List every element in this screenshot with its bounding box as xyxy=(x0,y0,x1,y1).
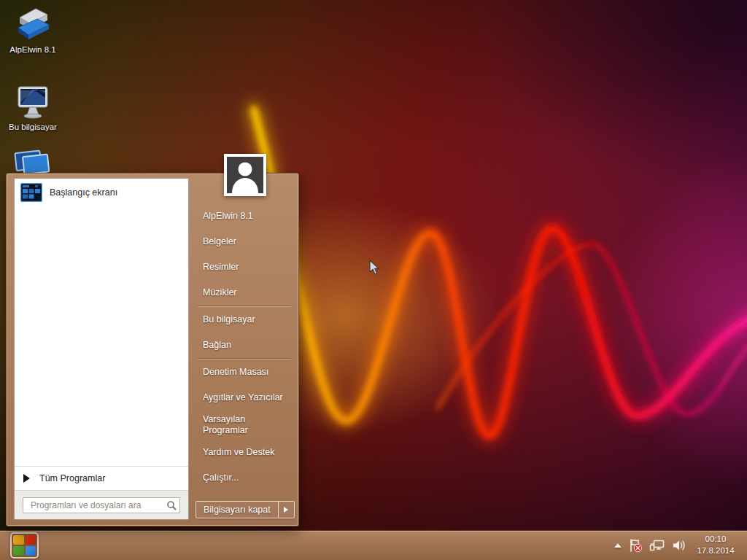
computer-monitor-icon xyxy=(14,83,52,121)
flag-error-icon xyxy=(628,538,643,553)
menu-item-devices-printers[interactable]: Aygıtlar ve Yazıcılar xyxy=(195,385,294,411)
menu-item-computer[interactable]: Bu bilgisayar xyxy=(195,307,294,332)
right-arrow-icon xyxy=(284,507,288,513)
desktop-icon-computer[interactable]: Bu bilgisayar xyxy=(1,83,64,131)
desktop-icon-label: Bu bilgisayar xyxy=(1,122,64,131)
search-input[interactable] xyxy=(29,499,163,511)
menu-item-help-support[interactable]: Yardım ve Destek xyxy=(195,440,294,465)
search-strip xyxy=(15,490,188,519)
all-programs-button[interactable]: Tüm Programlar xyxy=(15,466,188,490)
menu-item-documents[interactable]: Belgeler xyxy=(195,229,294,254)
menu-item-connect[interactable]: Bağlan xyxy=(195,332,294,358)
desktop-icon-alpelwin[interactable]: AlpElwin 8.1 xyxy=(1,6,64,54)
chevron-up-icon xyxy=(614,543,622,548)
volume-tray-icon[interactable] xyxy=(672,538,686,553)
menu-item-default-programs[interactable]: Varsayılan Programlar xyxy=(195,411,282,440)
start-menu: Başlangıç ekranı Tüm Programlar AlpElwin… xyxy=(6,173,299,526)
menu-item-run[interactable]: Çalıştır... xyxy=(195,465,294,491)
menu-item-control-panel[interactable]: Denetim Masası xyxy=(195,359,294,385)
clock-time: 00:10 xyxy=(693,534,738,545)
search-box[interactable] xyxy=(23,497,180,513)
network-icon xyxy=(649,538,665,553)
start-screen-label: Başlangıç ekranı xyxy=(50,187,117,198)
start-menu-left-panel: Başlangıç ekranı Tüm Programlar xyxy=(14,178,189,520)
desktop-screen: AlpElwin 8.1 Bu bilgisayar xyxy=(0,0,747,560)
shutdown-button[interactable]: Bilgisayarı kapat xyxy=(196,502,278,518)
network-tray-icon[interactable] xyxy=(649,538,665,553)
menu-item-pictures[interactable]: Resimler xyxy=(195,254,294,280)
start-logo-green-quadrant xyxy=(13,546,24,556)
system-tray: 00:10 17.8.2014 xyxy=(614,534,747,556)
show-hidden-icons-button[interactable] xyxy=(614,543,622,548)
shutdown-button-group: Bilgisayarı kapat xyxy=(196,501,295,518)
search-icon[interactable] xyxy=(166,500,177,510)
all-programs-label: Tüm Programlar xyxy=(39,473,105,483)
start-logo-red-quadrant xyxy=(26,535,36,545)
start-screen-item[interactable]: Başlangıç ekranı xyxy=(15,179,188,206)
right-arrow-icon xyxy=(23,474,30,483)
menu-item-user-folder[interactable]: AlpElwin 8.1 xyxy=(195,203,294,229)
clock-date: 17.8.2014 xyxy=(693,545,738,557)
user-avatar[interactable] xyxy=(224,154,266,196)
start-menu-right-panel: AlpElwin 8.1 Belgeler Resimler Müzikler … xyxy=(195,174,294,526)
desktop-icon-label: AlpElwin 8.1 xyxy=(1,45,64,54)
mouse-cursor xyxy=(369,260,381,276)
taskbar: 00:10 17.8.2014 xyxy=(0,530,747,560)
shutdown-options-button[interactable] xyxy=(278,502,294,518)
person-silhouette-icon xyxy=(227,157,263,193)
action-center-tray-icon[interactable] xyxy=(628,538,643,553)
folder-box-icon xyxy=(14,6,52,44)
program-list-area xyxy=(15,206,188,466)
start-logo-orange-quadrant xyxy=(13,535,24,545)
clock[interactable]: 00:10 17.8.2014 xyxy=(693,534,738,556)
start-screen-tiles-icon xyxy=(20,183,42,202)
start-logo-blue-quadrant xyxy=(26,546,36,556)
menu-item-music[interactable]: Müzikler xyxy=(195,280,294,306)
speaker-icon xyxy=(672,538,686,553)
start-button[interactable] xyxy=(10,532,39,559)
